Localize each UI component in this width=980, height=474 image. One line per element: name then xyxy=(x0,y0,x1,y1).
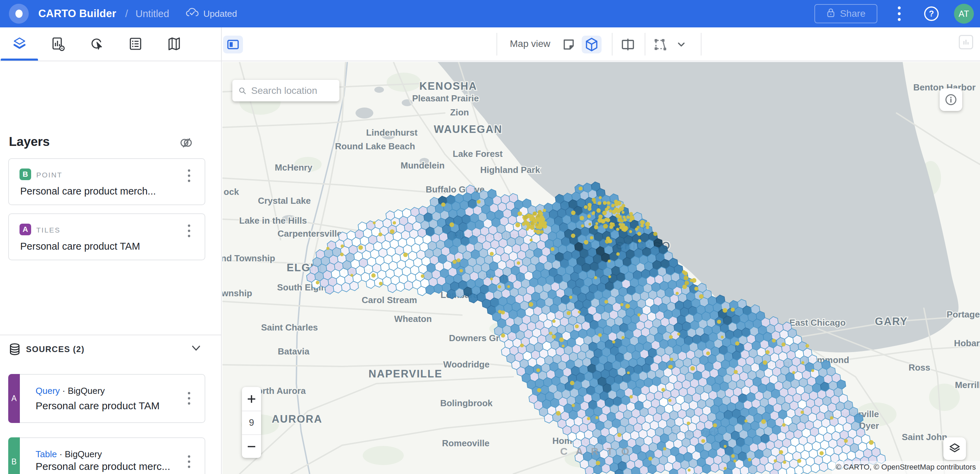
sidebar-tabs xyxy=(0,27,222,61)
layers-tab-icon xyxy=(12,37,27,52)
layers-sidebar: Layers B POINT Personal care product mer… xyxy=(0,61,222,474)
map-label: Zion xyxy=(450,107,469,118)
zoom-in-button[interactable] xyxy=(242,387,261,411)
split-view-button[interactable] xyxy=(618,36,638,53)
database-icon xyxy=(9,343,21,356)
zoom-control: 9 xyxy=(242,387,261,458)
sources-title: SOURCES (2) xyxy=(26,345,84,354)
map-label: GARY xyxy=(875,316,908,327)
layer-card[interactable]: A TILES Personal care product TAM xyxy=(8,213,205,260)
layer-card[interactable]: B POINT Personal care product merch... xyxy=(8,158,205,205)
breadcrumb-separator: / xyxy=(125,8,128,19)
small-lake xyxy=(356,107,373,118)
help-button[interactable]: ? xyxy=(923,5,940,22)
layers-stack-icon xyxy=(948,442,961,455)
bar-chart-icon xyxy=(961,38,970,46)
map-attribution: © CARTO, © OpenStreetMap contributors xyxy=(832,461,980,474)
map-label: WAUKEGAN xyxy=(434,123,502,135)
chevron-down-icon xyxy=(677,42,686,47)
link-layers-icon[interactable] xyxy=(179,135,194,150)
app-header: CARTO Builder / Untitled Updated Share ?… xyxy=(0,0,980,27)
source-kind: Table xyxy=(36,449,57,459)
source-menu-button[interactable] xyxy=(183,455,195,469)
collapse-panel-button[interactable] xyxy=(223,36,243,53)
user-avatar[interactable]: AT xyxy=(954,4,974,24)
small-lake xyxy=(374,87,384,93)
map-label: nd Township xyxy=(223,253,275,263)
layer-name: Personal care product merch... xyxy=(20,186,156,197)
source-badge: A xyxy=(8,374,20,423)
search-icon xyxy=(239,85,247,96)
basemap-selector-button[interactable] xyxy=(943,437,966,460)
basemap: KENOSHAWAUKEGANELGINNAPERVILLEAURORAGARY… xyxy=(223,62,980,474)
view-2d-button[interactable] xyxy=(559,36,579,53)
layer-menu-button[interactable] xyxy=(183,169,195,184)
map-label: Ross xyxy=(908,362,931,373)
toolbar-divider xyxy=(701,33,702,56)
map-label: Batavia xyxy=(278,346,310,356)
split-view-icon xyxy=(621,38,635,51)
map-label: KENOSHA xyxy=(419,80,477,92)
interactions-tab-icon xyxy=(89,37,104,52)
sources-collapse-chevron[interactable] xyxy=(191,345,201,353)
map-label: Merrillville xyxy=(955,380,980,390)
sources-header[interactable]: SOURCES (2) xyxy=(0,335,221,363)
layer-menu-button[interactable] xyxy=(183,223,195,239)
minus-icon xyxy=(247,442,256,452)
map-info-button[interactable] xyxy=(940,88,962,111)
share-button[interactable]: Share xyxy=(815,4,877,23)
select-tool-dropdown[interactable] xyxy=(673,36,690,53)
select-tool-icon xyxy=(652,37,668,52)
map-label: Romeoville xyxy=(442,438,490,448)
source-kind: Query xyxy=(36,386,60,396)
map-label: Crystal Lake xyxy=(258,196,311,206)
location-search[interactable] xyxy=(232,80,339,101)
map-label: Pleasant Prairie xyxy=(412,93,479,104)
widgets-tab-icon xyxy=(51,37,65,52)
source-card[interactable]: A Query · BigQuery Personal care product… xyxy=(8,374,205,423)
map-label: Bolingbrook xyxy=(440,398,493,408)
map-label: Lindenhurst xyxy=(366,128,418,138)
svg-text:?: ? xyxy=(929,9,934,18)
search-input[interactable] xyxy=(251,85,333,96)
tab-layers[interactable] xyxy=(0,27,39,61)
tab-interactions[interactable] xyxy=(77,27,116,61)
map-label: McHenry xyxy=(275,162,312,172)
info-icon xyxy=(944,93,958,106)
map-label: Round Lake Beach xyxy=(335,141,415,152)
layers-panel-title: Layers xyxy=(9,135,49,149)
source-name: Personal care product merc... xyxy=(36,461,170,472)
builder-toolbar: Map view xyxy=(0,27,980,61)
map-label: ock xyxy=(224,187,239,197)
app-title: CARTO Builder xyxy=(38,8,116,20)
toolbar-divider xyxy=(612,33,612,56)
header-menu-button[interactable] xyxy=(892,4,906,23)
save-status-label: Updated xyxy=(203,8,237,19)
tab-legend[interactable] xyxy=(116,27,155,61)
source-provider: · BigQuery xyxy=(60,386,105,396)
document-title[interactable]: Untitled xyxy=(135,8,169,19)
layer-type-label: POINT xyxy=(36,171,63,179)
source-name: Personal care product TAM xyxy=(36,400,159,412)
map-view-label: Map view xyxy=(510,38,550,49)
map-label: AURORA xyxy=(272,413,322,425)
basemap-tab-icon xyxy=(167,37,181,52)
source-card[interactable]: B Table · BigQuery Personal care product… xyxy=(8,437,205,474)
toolbar-divider xyxy=(645,33,645,56)
map-label: Carpentersville xyxy=(277,228,342,239)
tab-widgets[interactable] xyxy=(39,27,77,61)
tab-basemap[interactable] xyxy=(155,27,193,61)
park-patch xyxy=(387,73,421,92)
layer-name: Personal care product TAM xyxy=(20,241,140,252)
select-tool-button[interactable] xyxy=(650,36,670,53)
view-3d-button[interactable] xyxy=(582,36,601,53)
map-canvas[interactable]: KENOSHAWAUKEGANELGINNAPERVILLEAURORAGARY… xyxy=(223,62,980,474)
carto-logo[interactable] xyxy=(9,4,29,24)
map-label: Mundelein xyxy=(401,160,445,171)
widgets-panel-toggle-disabled xyxy=(959,35,973,49)
map-label: Hobart xyxy=(954,338,980,348)
zoom-out-button[interactable] xyxy=(242,434,261,458)
source-menu-button[interactable] xyxy=(183,391,195,406)
map-label: wnship xyxy=(223,288,252,298)
toolbar-divider xyxy=(496,33,497,56)
